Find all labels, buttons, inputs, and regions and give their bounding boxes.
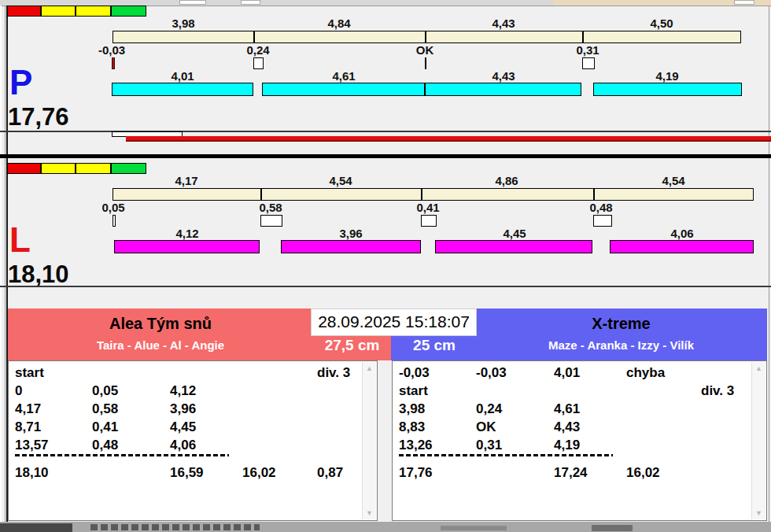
table-cell: 0,24 [476, 401, 502, 416]
lane-l-underline [0, 286, 771, 287]
changeover-label: 0,05 [101, 201, 124, 213]
lane-total-time: 17,76 [8, 105, 69, 129]
taskbar-item [0, 523, 72, 532]
run-bar [262, 83, 425, 96]
run-time-label: 4,01 [171, 70, 194, 82]
changeover-label: 0,41 [416, 201, 439, 213]
run-bar [114, 240, 260, 253]
run-bar [281, 240, 421, 253]
split-time-label: 4,17 [175, 175, 197, 187]
run-time-label: 4,43 [492, 70, 515, 82]
changeover-box-mark [582, 57, 595, 69]
status-light [7, 6, 41, 17]
scroll-up-icon[interactable]: ▲ [363, 363, 376, 374]
split-time-label: 4,86 [495, 175, 518, 187]
top-tab-fragment [241, 0, 260, 5]
lane-separator [0, 154, 771, 158]
split-divider [425, 31, 426, 42]
status-light [41, 163, 76, 174]
total-cell: 16,59 [170, 465, 204, 480]
taskbar-text-remnant [441, 526, 507, 530]
table-cell: 8,83 [399, 419, 425, 434]
table-cell: 0,05 [92, 383, 118, 398]
table-cell: 8,71 [15, 419, 41, 434]
scrollbar[interactable]: ▲ ▼ [751, 362, 765, 519]
changeover-box-mark [421, 215, 437, 227]
top-tab-fragment [179, 0, 206, 5]
table-cell: 0,58 [92, 401, 118, 416]
split-divider [593, 189, 595, 200]
run-bar [425, 83, 581, 96]
changeover-box-mark [253, 57, 264, 69]
changeover-ok-mark [425, 57, 426, 69]
results-panel-left[interactable]: ▲ ▼ startdiv. 300,054,124,170,583,968,71… [8, 360, 378, 521]
status-light [41, 6, 76, 17]
run-time-label: 4,19 [655, 70, 678, 82]
status-light [76, 163, 111, 174]
height-badge: 25 cm [395, 337, 474, 354]
split-timeline-bar [113, 31, 741, 43]
taskbar-remnant [0, 522, 771, 532]
table-cell: 0 [15, 383, 22, 398]
run-time-label: 4,12 [175, 227, 198, 239]
lane-total-time: 18,10 [8, 262, 69, 286]
table-cell: 4,45 [170, 419, 196, 434]
status-light [111, 6, 146, 17]
changeover-label: OK [416, 44, 434, 56]
changeover-label: 0,58 [259, 201, 282, 213]
scrollbar[interactable]: ▲ ▼ [362, 362, 376, 519]
changeover-box-mark [113, 215, 116, 227]
table-cell: 13,26 [399, 438, 433, 453]
table-cell: 4,19 [554, 438, 580, 453]
table-cell: -0,03 [399, 365, 430, 380]
total-cell: 16,02 [242, 465, 276, 480]
split-time-label: 4,54 [662, 175, 684, 187]
split-divider [582, 31, 584, 42]
split-divider [253, 31, 255, 42]
table-cell: 4,17 [15, 401, 41, 416]
run-bar [593, 83, 742, 96]
total-cell: 17,76 [399, 465, 433, 480]
split-time-label: 4,54 [329, 175, 352, 187]
table-cell: 13,57 [15, 438, 49, 453]
team-dogs: Taira - Alue - Al - Angie [8, 338, 313, 352]
run-time-label: 4,45 [503, 227, 526, 239]
team-dogs: Maze - Aranka - Izzy - Vilík [475, 338, 767, 352]
table-cell: 0,48 [92, 438, 118, 453]
lane-letter: L [9, 223, 31, 257]
table-cell: 4,61 [554, 401, 580, 416]
changeover-label: 0,24 [246, 44, 269, 56]
total-cell: 18,10 [15, 465, 49, 480]
table-cell: 4,12 [170, 383, 196, 398]
top-tab-fragment [734, 0, 754, 5]
total-cell: 17,24 [554, 465, 588, 480]
table-cell: 0,31 [476, 438, 502, 453]
changeover-label: 0,48 [589, 201, 612, 213]
team-name: X-treme [475, 315, 767, 333]
taskbar-text-remnant [90, 524, 260, 530]
lane-p-timing-panel: 3,984,844,434,50-0,030,24OK0,314,014,614… [0, 6, 771, 116]
running-time-bar [126, 136, 771, 142]
changeover-label: -0,03 [98, 44, 125, 56]
run-time-label: 4,06 [670, 227, 693, 239]
team-name: Alea Tým snů [8, 315, 313, 333]
scroll-down-icon[interactable]: ▼ [363, 508, 376, 519]
split-timeline-bar [113, 188, 754, 201]
table-cell: div. 3 [317, 365, 350, 380]
changeover-label: 0,31 [576, 44, 599, 56]
scroll-up-icon[interactable]: ▲ [752, 363, 765, 374]
run-time-label: 4,61 [332, 70, 355, 82]
taskbar-text-remnant [592, 525, 633, 531]
table-cell: 4,06 [170, 438, 196, 453]
scroll-down-icon[interactable]: ▼ [752, 508, 765, 519]
results-panel-right[interactable]: ▲ ▼ -0,03-0,034,01chybastartdiv. 33,980,… [392, 360, 767, 521]
totals-separator [399, 454, 613, 456]
split-time-label: 4,43 [492, 17, 515, 29]
totals-separator [15, 454, 229, 456]
status-light [111, 163, 146, 174]
status-light [7, 163, 41, 174]
timing-app-window: 3,984,844,434,50-0,030,24OK0,314,014,614… [0, 0, 771, 532]
table-cell: 4,43 [554, 419, 580, 434]
table-cell: 0,41 [92, 419, 118, 434]
table-cell: OK [476, 419, 496, 434]
